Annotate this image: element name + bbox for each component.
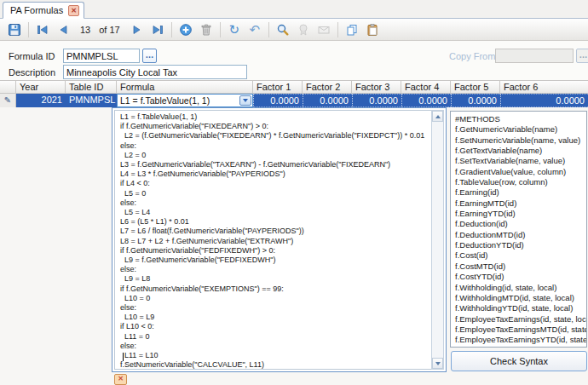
paste-button[interactable] [362,20,383,39]
pencil-icon: ✎ [4,95,11,105]
seal-button[interactable] [293,20,314,39]
cell-year[interactable]: 2021 [16,94,66,107]
row-selector-header [0,80,16,94]
description-label: Description [9,67,55,78]
paste-icon [366,23,379,37]
save-icon [8,23,21,37]
toolbar-separator [337,22,338,37]
column-header-table-id[interactable]: Table ID [66,80,117,94]
record-position: 13 of 17 [80,25,120,35]
scroll-down-button[interactable] [432,358,443,369]
tab-close-icon[interactable]: ✕ [68,5,79,16]
column-header-factor-1[interactable]: Factor 1 [253,80,303,94]
add-icon [179,23,193,37]
formula-id-input[interactable] [63,49,140,63]
chevron-up-icon [435,115,441,118]
formula-id-label: Formula ID [9,51,55,61]
copy-from-input [495,49,574,63]
pa-formulas-window: PA Formulas ✕ 13 of 17 [0,0,588,385]
ellipsis-icon: … [146,50,154,60]
copy-icon [345,23,359,37]
search-icon [276,23,290,37]
methods-panel: #METHODS f.GetNumericVariable(name) f.Se… [450,111,587,348]
formula-editor[interactable]: L1 = f.TableValue(1, 1) if f.GetNumericV… [112,107,447,372]
toolbar-separator [220,22,221,37]
column-header-year[interactable]: Year [16,80,66,94]
formula-dropdown-button[interactable] [239,95,251,106]
description-input[interactable] [63,65,247,79]
row-edit-indicator: ✎ [0,94,16,107]
formula-combobox-value: L1 = f.TableValue(1, 1) [120,95,210,106]
grid-header-row: Year Table ID Formula Factor 1 Factor 2 … [0,80,588,94]
cell-formula-combobox[interactable]: L1 = f.TableValue(1, 1) [117,94,253,107]
last-record-button[interactable] [147,20,168,39]
formula-editor-textarea[interactable]: L1 = f.TableValue(1, 1) if f.GetNumericV… [114,110,431,370]
column-header-formula[interactable]: Formula [117,80,253,94]
refresh-button[interactable]: ↻ [224,20,245,39]
copy-from-label: Copy From [449,51,495,61]
last-record-icon [151,23,164,37]
previous-record-button[interactable] [53,20,73,39]
methods-list: #METHODS f.GetNumericVariable(name) f.Se… [451,112,586,346]
column-header-factor-6[interactable]: Factor 6 [500,80,588,94]
undo-icon: ↶ [249,23,260,36]
ellipsis-icon: … [579,50,588,60]
text-caret [123,353,124,361]
scroll-up-button[interactable] [432,111,443,122]
seal-icon [297,23,310,37]
toolbar-separator [28,22,29,37]
formula-id-browse-button[interactable]: … [142,49,157,63]
next-record-button[interactable] [127,20,147,39]
record-position-of: of 17 [99,25,119,35]
undo-button[interactable]: ↶ [245,20,265,39]
first-record-button[interactable] [32,20,53,39]
tab-pa-formulas[interactable]: PA Formulas ✕ [3,2,84,19]
check-syntax-button[interactable]: Check Syntax [451,351,587,371]
chevron-down-icon [243,99,248,102]
tab-title: PA Formulas [10,5,63,15]
cell-factor-4[interactable]: 0.0000 [401,94,451,107]
table-row[interactable]: ✎ 2021 PMNMPSL L1 = f.TableValue(1, 1) 0… [0,94,588,107]
first-record-icon [36,23,49,37]
cell-table-id[interactable]: PMNMPSL [66,94,117,107]
column-header-factor-2[interactable]: Factor 2 [303,80,352,94]
cell-factor-5[interactable]: 0.0000 [451,94,500,107]
copy-button[interactable] [342,20,362,39]
toolbar-separator [171,22,172,37]
trash-icon [199,23,213,37]
formula-code: L1 = f.TableValue(1, 1) if f.GetNumericV… [115,111,431,370]
column-header-factor-4[interactable]: Factor 4 [401,80,451,94]
find-button[interactable] [273,20,293,39]
cell-factor-6[interactable]: 0.0000 [500,94,588,107]
cell-factor-1[interactable]: 0.0000 [253,94,303,107]
cell-factor-2[interactable]: 0.0000 [303,94,352,107]
add-record-button[interactable] [176,20,196,39]
toolbar: 13 of 17 ↻ ↶ [0,19,588,41]
chevron-down-icon [435,362,441,365]
record-position-number: 13 [80,25,90,35]
refresh-icon: ↻ [228,23,239,36]
email-icon [317,23,331,37]
editor-scrollbar[interactable] [431,110,444,370]
previous-record-icon [56,23,70,37]
save-button[interactable] [4,20,25,39]
copy-from-browse-button: … [576,49,588,63]
email-button[interactable] [314,20,334,39]
next-record-icon [130,23,144,37]
cell-factor-3[interactable]: 0.0000 [352,94,401,107]
delete-record-button[interactable] [196,20,216,39]
toolbar-separator [268,22,269,37]
cancel-x-icon: ✕ [118,375,124,382]
editor-cancel-button[interactable]: ✕ [114,374,127,385]
column-header-factor-5[interactable]: Factor 5 [451,80,500,94]
column-header-factor-3[interactable]: Factor 3 [352,80,401,94]
